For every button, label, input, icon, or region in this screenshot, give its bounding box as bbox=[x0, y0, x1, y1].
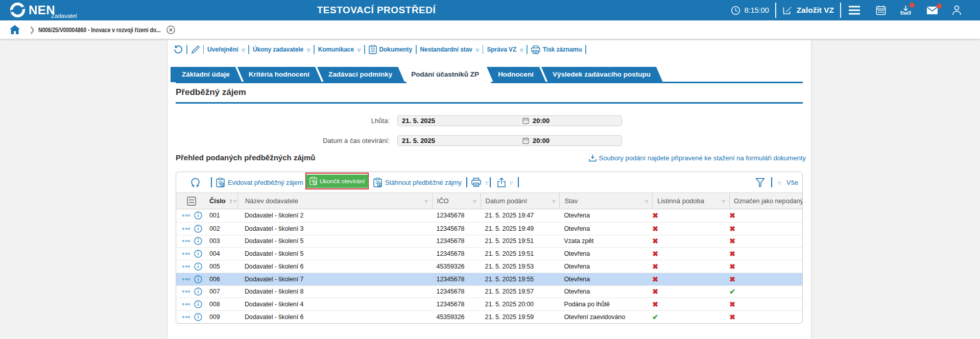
nen-logo[interactable]: NEN bbox=[9, 2, 55, 18]
check-icon: ✔ bbox=[652, 313, 658, 321]
column-settings-cell[interactable] bbox=[176, 193, 205, 209]
breadcrumb-close-icon[interactable] bbox=[166, 26, 175, 34]
cell-datum: 21. 5. 2025 19:49 bbox=[481, 225, 560, 232]
row-info-icon[interactable] bbox=[194, 300, 202, 308]
mail-icon[interactable] bbox=[926, 6, 938, 15]
tab-zad-vac-podm-nky[interactable]: Zadávací podmínky bbox=[317, 67, 404, 82]
table-row[interactable]: 003Dodavatel - školení 51234567821. 5. 2… bbox=[176, 235, 802, 248]
cell-nazev: Dodavatel - školení 6 bbox=[237, 313, 432, 321]
header-cell-stav[interactable]: Stav▽ bbox=[559, 193, 652, 209]
row-menu-icon[interactable] bbox=[182, 265, 190, 268]
filter-caret-icon[interactable]: ▽ bbox=[552, 199, 555, 204]
calendar-icon[interactable] bbox=[876, 5, 886, 15]
filter-icon[interactable] bbox=[755, 178, 765, 187]
clipboard-check-icon bbox=[309, 177, 317, 185]
toolbar-item-tisk-z-znamu[interactable]: Tisk záznamu bbox=[531, 45, 582, 54]
header-cell-listinna[interactable]: Listinná podoba▽ bbox=[652, 193, 729, 209]
cross-icon: ✖ bbox=[729, 300, 735, 308]
row-info-icon[interactable] bbox=[194, 262, 202, 271]
menu-icon[interactable] bbox=[848, 6, 861, 15]
share-button[interactable]: ▽ bbox=[497, 172, 513, 192]
cell-ico: 12345678 bbox=[432, 225, 481, 232]
grid-toolbar: Evidovat předběžný zájem Ukončit otevírá… bbox=[176, 172, 802, 192]
downloads-icon[interactable] bbox=[900, 5, 911, 15]
row-info-icon[interactable] bbox=[194, 237, 202, 245]
oteviranie-label: Datum a čas otevírání: bbox=[168, 135, 390, 146]
row-menu-icon[interactable] bbox=[182, 240, 190, 242]
toolbar-item-komunikace[interactable]: Komunikace▽ bbox=[318, 46, 361, 53]
row-info-icon[interactable] bbox=[194, 287, 202, 296]
filter-caret-icon[interactable]: ▽ bbox=[473, 199, 476, 204]
vse-caret-icon[interactable]: ▽ bbox=[778, 181, 781, 185]
user-icon[interactable] bbox=[952, 5, 962, 15]
header-divider bbox=[775, 3, 776, 18]
oteviranie-field[interactable]: 21. 5. 2025 20:00 bbox=[397, 135, 622, 146]
row-info-icon[interactable] bbox=[194, 250, 202, 258]
row-menu-icon[interactable] bbox=[182, 316, 190, 318]
row-info-icon[interactable] bbox=[194, 211, 202, 220]
tab-z-kladn-daje[interactable]: Základní údaje bbox=[171, 67, 242, 82]
files-download-link[interactable]: Soubory podání najdete připravené ke sta… bbox=[589, 154, 806, 162]
table-row[interactable]: 006Dodavatel - školení 71234567821. 5. 2… bbox=[176, 273, 802, 285]
table-row[interactable]: 007Dodavatel - školení 81234567821. 5. 2… bbox=[176, 285, 802, 298]
filter-caret-icon[interactable]: ▽ bbox=[645, 199, 648, 204]
header-cell-datum[interactable]: Datum podání▽ bbox=[481, 193, 560, 209]
lhuta-date-value[interactable]: 21. 5. 2025 bbox=[402, 117, 435, 125]
row-menu-icon[interactable] bbox=[182, 253, 190, 255]
cell-datum: 21. 5. 2025 20:00 bbox=[481, 301, 560, 308]
toolbar-item-dokumenty[interactable]: Dokumenty bbox=[369, 45, 412, 54]
print-button[interactable]: ▽ bbox=[471, 172, 488, 192]
ukoncit-button[interactable]: Ukončit otevírání bbox=[306, 175, 369, 188]
row-menu-icon[interactable] bbox=[182, 228, 190, 230]
toolbar-item-uve-ejn-n-[interactable]: Uveřejnění▽ bbox=[207, 46, 245, 53]
cell-datum: 21. 5. 2025 19:47 bbox=[481, 212, 560, 219]
row-info-icon[interactable] bbox=[194, 313, 202, 321]
filter-caret-icon[interactable]: ▽ bbox=[722, 199, 725, 204]
table-row[interactable]: 002Dodavatel - školení 31234567821. 5. 2… bbox=[176, 222, 802, 235]
row-menu-icon[interactable] bbox=[182, 303, 190, 305]
tab-hodnocen-[interactable]: Hodnocení bbox=[487, 67, 546, 82]
header-cell-nazev[interactable]: Název dodavatele▽ bbox=[237, 193, 432, 209]
breadcrumb-item[interactable]: N006/25/V00004860 - Inovace v rozvoji ří… bbox=[38, 26, 161, 34]
cell-datum: 21. 5. 2025 19:53 bbox=[481, 263, 560, 270]
table-row[interactable]: 009Dodavatel - školení 64535932621. 5. 2… bbox=[176, 310, 802, 323]
row-menu-icon[interactable] bbox=[182, 278, 190, 280]
oteviranie-time-value[interactable]: 20:00 bbox=[533, 137, 549, 144]
stahnout-button[interactable]: Stáhnout předběžné zájmy bbox=[373, 172, 462, 192]
evidovat-button[interactable]: Evidovat předběžný zájem bbox=[216, 172, 303, 192]
tab-pod-n-astn-k-zp[interactable]: Podání účastníků ZP bbox=[400, 67, 491, 83]
row-menu-icon[interactable] bbox=[182, 290, 190, 293]
page-section-title: Předběžný zájem bbox=[176, 87, 246, 98]
printer-icon bbox=[531, 45, 540, 54]
table-row[interactable]: 001Dodavatel - školení 21234567821. 5. 2… bbox=[176, 209, 802, 222]
row-info-icon[interactable] bbox=[194, 225, 202, 233]
toolbar-item-nestandardn-stav[interactable]: Nestandardní stav▽ bbox=[420, 46, 479, 53]
vse-button[interactable]: Vše bbox=[786, 179, 798, 186]
toolbar-item--kony-zadavatele[interactable]: Úkony zadavatele▽ bbox=[253, 46, 310, 53]
lhuta-time-value[interactable]: 20:00 bbox=[533, 117, 549, 125]
home-icon[interactable] bbox=[10, 25, 20, 34]
watch-icon[interactable] bbox=[190, 172, 200, 192]
filter-caret-icon[interactable]: ▽ bbox=[424, 199, 427, 204]
row-info-icon[interactable] bbox=[194, 275, 202, 283]
table-row[interactable]: 005Dodavatel - školení 64535932621. 5. 2… bbox=[176, 260, 802, 273]
tab-v-sledek-zad-vac-ho-postupu[interactable]: Výsledek zadávacího postupu bbox=[541, 67, 663, 82]
lhuta-field[interactable]: 21. 5. 2025 20:00 bbox=[397, 115, 622, 126]
tab-krit-ria-hodnocen-[interactable]: Kritéria hodnocení bbox=[237, 67, 322, 82]
breadcrumb-chevron-icon: ❯ bbox=[29, 26, 35, 34]
table-row[interactable]: 004Dodavatel - školení 51234567821. 5. 2… bbox=[176, 247, 802, 260]
refresh-button[interactable] bbox=[174, 45, 183, 54]
row-menu-icon[interactable] bbox=[182, 214, 190, 216]
table-row[interactable]: 008Dodavatel - školení 41234567821. 5. 2… bbox=[176, 298, 802, 310]
oteviranie-date-value[interactable]: 21. 5. 2025 bbox=[402, 137, 435, 144]
zalozit-vz-button[interactable]: Založit VZ bbox=[782, 5, 834, 15]
filter-caret-icon[interactable]: ▽ bbox=[233, 199, 236, 204]
cell-datum: 21. 5. 2025 19:55 bbox=[481, 276, 560, 283]
clock-icon bbox=[731, 6, 740, 15]
header-cell-cislo[interactable]: Číslo ↑ ▽ bbox=[205, 193, 237, 209]
header-cell-ico[interactable]: IČO▽ bbox=[432, 193, 481, 209]
toolbar-item-spr-va-vz[interactable]: Správa VZ▽ bbox=[487, 46, 523, 53]
header-cell-oznacen[interactable]: Označen jako nepodaný bbox=[729, 193, 802, 209]
edit-record-button[interactable] bbox=[191, 45, 200, 54]
cell-cislo: 003 bbox=[205, 237, 237, 245]
